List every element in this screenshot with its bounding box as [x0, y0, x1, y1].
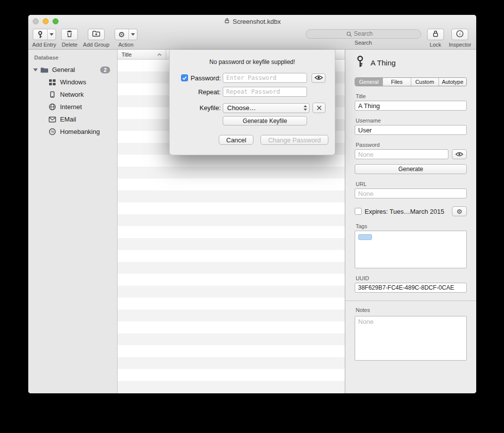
- delete-label: Delete: [62, 42, 77, 48]
- sidebar-item-homebanking[interactable]: % Homebanking: [28, 125, 117, 138]
- tab-custom[interactable]: Custom: [411, 78, 439, 86]
- close-button[interactable]: [33, 18, 39, 24]
- titlebar: Screenshot.kdbx: [28, 15, 476, 28]
- chevron-down-icon: [131, 33, 135, 36]
- sidebar-item-windows[interactable]: Windows: [28, 76, 117, 88]
- popup-stepper-icon: [303, 105, 308, 111]
- tab-files[interactable]: Files: [382, 78, 410, 86]
- enter-password-input[interactable]: [223, 73, 307, 83]
- tag-chip[interactable]: [358, 234, 372, 240]
- app-window: Screenshot.kdbx Add Entry: [28, 15, 476, 393]
- action-button[interactable]: ⚙: [115, 29, 137, 40]
- uuid-label: UUID: [356, 275, 467, 281]
- delete-button[interactable]: [61, 29, 78, 40]
- disclosure-triangle-icon[interactable]: [32, 68, 38, 71]
- cancel-button[interactable]: Cancel: [219, 135, 253, 145]
- sidebar-header: Database: [28, 53, 117, 63]
- reveal-password-button[interactable]: [452, 149, 467, 159]
- tags-box[interactable]: [355, 231, 467, 268]
- action-label: Action: [118, 42, 133, 48]
- url-label: URL: [356, 181, 467, 187]
- divider: [345, 301, 476, 301]
- repeat-password-input[interactable]: [223, 87, 307, 97]
- password-label: Password:: [190, 74, 221, 82]
- key-icon: [33, 29, 47, 40]
- tab-general[interactable]: General: [355, 78, 382, 86]
- add-group-button[interactable]: [88, 29, 105, 40]
- sidebar-group-general[interactable]: General 2: [28, 63, 117, 76]
- sidebar-item-internet[interactable]: Internet: [28, 101, 117, 113]
- expires-checkbox[interactable]: [355, 208, 362, 215]
- add-entry-label: Add Entry: [32, 42, 56, 48]
- username-label: Username: [356, 118, 467, 124]
- close-x-icon: [316, 104, 322, 113]
- folder-icon: [40, 66, 49, 73]
- email-icon: [48, 117, 57, 123]
- sidebar-item-label: Network: [60, 91, 84, 98]
- uuid-field[interactable]: [355, 283, 467, 293]
- reveal-password-button[interactable]: [312, 73, 325, 83]
- url-field[interactable]: [355, 188, 467, 198]
- add-group-icon: [92, 30, 100, 39]
- sort-ascending-icon: [157, 53, 162, 56]
- inspector-button[interactable]: i: [451, 29, 468, 40]
- inspector-panel: A Thing General Files Custom Autotype Ti…: [345, 50, 476, 393]
- sidebar-item-label: Windows: [60, 78, 86, 86]
- lock-icon: [432, 30, 439, 40]
- lock-button[interactable]: [427, 29, 444, 40]
- document-lock-icon: [224, 17, 230, 25]
- notes-label: Notes: [356, 307, 467, 313]
- gear-icon: ⚙: [456, 208, 462, 215]
- tags-label: Tags: [356, 223, 467, 229]
- expires-settings-button[interactable]: ⚙: [452, 206, 467, 216]
- change-password-sheet: No password or keyfile supplied! Passwor…: [169, 50, 335, 155]
- chevron-down-icon: [50, 33, 54, 36]
- lock-label: Lock: [430, 42, 441, 48]
- svg-text:i: i: [459, 31, 461, 36]
- zoom-button[interactable]: [53, 18, 59, 24]
- notes-field[interactable]: [355, 316, 467, 361]
- keyfile-popup[interactable]: Choose…: [223, 103, 310, 113]
- password-field[interactable]: [355, 149, 448, 159]
- change-password-button[interactable]: Change Password: [260, 135, 328, 145]
- sidebar-item-label: Homebanking: [60, 128, 100, 135]
- info-icon: i: [456, 30, 464, 40]
- inspector-label: Inspector: [449, 42, 471, 48]
- sidebar-item-email[interactable]: EMail: [28, 113, 117, 125]
- homebanking-icon: %: [48, 128, 57, 135]
- sidebar-item-label: EMail: [60, 116, 76, 123]
- keyfile-label: Keyfile:: [199, 104, 221, 112]
- internet-globe-icon: [48, 103, 57, 111]
- add-entry-button[interactable]: [33, 29, 56, 40]
- column-header-title[interactable]: Title: [118, 50, 166, 59]
- trash-icon: [66, 30, 73, 40]
- minimize-button[interactable]: [43, 18, 49, 24]
- add-entry-dropdown[interactable]: [47, 29, 56, 40]
- dialog-message: No password or keyfile supplied!: [170, 59, 335, 65]
- clear-keyfile-button[interactable]: [313, 103, 325, 113]
- add-group-label: Add Group: [83, 42, 109, 48]
- toolbar: Add Entry Delete: [28, 28, 476, 50]
- entry-count-badge: 2: [100, 66, 110, 73]
- gear-icon: ⚙: [119, 31, 125, 38]
- sidebar: Database General 2 Windows: [28, 50, 118, 393]
- window-title: Screenshot.kdbx: [233, 18, 281, 25]
- generate-keyfile-button[interactable]: Generate Keyfile: [223, 116, 307, 125]
- svg-text:%: %: [51, 129, 54, 134]
- password-checkbox[interactable]: [181, 74, 188, 81]
- sidebar-group-label: General: [52, 66, 75, 73]
- eye-icon: [455, 150, 463, 159]
- repeat-label: Repeat:: [198, 88, 221, 96]
- tab-autotype[interactable]: Autotype: [439, 78, 466, 86]
- windows-icon: [48, 79, 57, 86]
- action-dropdown[interactable]: [128, 29, 137, 40]
- username-field[interactable]: [355, 125, 467, 135]
- generate-password-button[interactable]: Generate: [355, 164, 467, 174]
- title-field[interactable]: [355, 101, 467, 111]
- sidebar-item-network[interactable]: Network: [28, 88, 117, 101]
- title-label: Title: [356, 93, 467, 99]
- entry-title: A Thing: [371, 59, 396, 67]
- search-label: Search: [355, 40, 372, 46]
- eye-icon: [315, 73, 323, 82]
- search-input[interactable]: [306, 29, 421, 39]
